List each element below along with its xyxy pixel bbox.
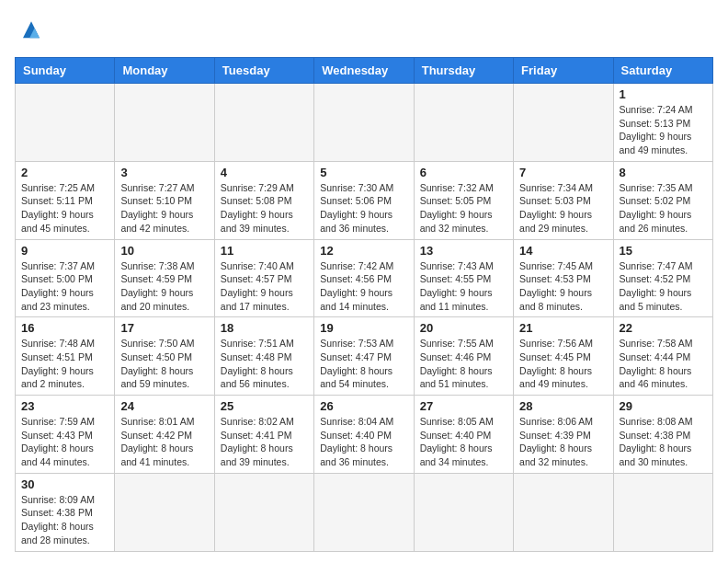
calendar-cell: 8Sunrise: 7:35 AM Sunset: 5:02 PM Daylig… [613,161,712,239]
calendar-cell [514,84,613,162]
calendar-cell: 1Sunrise: 7:24 AM Sunset: 5:13 PM Daylig… [613,84,712,162]
day-info: Sunrise: 8:05 AM Sunset: 4:40 PM Dayligh… [420,415,507,469]
day-number: 6 [420,166,507,179]
calendar-cell [314,473,414,551]
day-number: 23 [21,399,108,413]
calendar-cell: 9Sunrise: 7:37 AM Sunset: 5:00 PM Daylig… [16,239,115,317]
calendar-week-5: 23Sunrise: 7:59 AM Sunset: 4:43 PM Dayli… [16,396,713,474]
weekday-header-row: SundayMondayTuesdayWednesdayThursdayFrid… [16,58,713,84]
day-info: Sunrise: 7:42 AM Sunset: 4:56 PM Dayligh… [320,259,407,314]
calendar-cell: 2Sunrise: 7:25 AM Sunset: 5:11 PM Daylig… [16,161,115,239]
day-info: Sunrise: 7:50 AM Sunset: 4:50 PM Dayligh… [120,337,208,391]
weekday-header-sunday: Sunday [16,58,115,84]
calendar-cell [115,84,214,162]
day-number: 9 [21,244,108,258]
day-info: Sunrise: 7:37 AM Sunset: 5:00 PM Dayligh… [21,259,108,314]
calendar-cell [16,84,115,162]
calendar-cell [613,473,712,551]
logo-icon [15,15,48,48]
day-info: Sunrise: 7:32 AM Sunset: 5:05 PM Dayligh… [420,181,507,236]
day-number: 13 [420,244,507,258]
calendar-cell: 5Sunrise: 7:30 AM Sunset: 5:06 PM Daylig… [314,161,414,239]
calendar-cell: 17Sunrise: 7:50 AM Sunset: 4:50 PM Dayli… [115,317,214,396]
day-number: 16 [21,321,108,335]
calendar-cell: 20Sunrise: 7:55 AM Sunset: 4:46 PM Dayli… [414,317,513,396]
day-number: 4 [221,166,308,179]
weekday-header-saturday: Saturday [613,58,712,84]
day-info: Sunrise: 8:08 AM Sunset: 4:38 PM Dayligh… [620,415,707,469]
calendar-cell: 25Sunrise: 8:02 AM Sunset: 4:41 PM Dayli… [214,396,313,474]
day-number: 12 [320,244,407,258]
day-number: 8 [620,166,707,179]
day-number: 28 [519,399,607,413]
weekday-header-tuesday: Tuesday [214,58,313,84]
day-info: Sunrise: 7:43 AM Sunset: 4:55 PM Dayligh… [420,259,507,314]
day-info: Sunrise: 7:27 AM Sunset: 5:10 PM Dayligh… [120,181,208,236]
day-info: Sunrise: 7:30 AM Sunset: 5:06 PM Dayligh… [320,181,407,236]
calendar-cell [115,473,214,551]
calendar-cell: 19Sunrise: 7:53 AM Sunset: 4:47 PM Dayli… [314,317,414,396]
day-number: 24 [120,399,208,413]
day-number: 15 [620,244,707,258]
calendar-cell: 29Sunrise: 8:08 AM Sunset: 4:38 PM Dayli… [613,396,712,474]
day-info: Sunrise: 7:40 AM Sunset: 4:57 PM Dayligh… [221,259,308,314]
day-number: 14 [519,244,607,258]
calendar-cell: 10Sunrise: 7:38 AM Sunset: 4:59 PM Dayli… [115,239,214,317]
calendar-cell: 6Sunrise: 7:32 AM Sunset: 5:05 PM Daylig… [414,161,513,239]
day-info: Sunrise: 8:06 AM Sunset: 4:39 PM Dayligh… [519,415,607,469]
calendar-cell: 18Sunrise: 7:51 AM Sunset: 4:48 PM Dayli… [214,317,313,396]
day-number: 21 [519,321,607,335]
day-info: Sunrise: 7:53 AM Sunset: 4:47 PM Dayligh… [320,337,407,391]
day-number: 22 [620,321,707,335]
day-info: Sunrise: 7:51 AM Sunset: 4:48 PM Dayligh… [221,337,308,391]
calendar-cell [214,84,313,162]
day-number: 10 [120,244,208,258]
calendar-cell [214,473,313,551]
day-info: Sunrise: 8:04 AM Sunset: 4:40 PM Dayligh… [320,415,407,469]
calendar-cell [414,84,513,162]
day-number: 18 [221,321,308,335]
day-info: Sunrise: 7:59 AM Sunset: 4:43 PM Dayligh… [21,415,108,469]
calendar-cell [314,84,414,162]
weekday-header-wednesday: Wednesday [314,58,414,84]
day-number: 1 [620,87,707,101]
day-number: 7 [519,166,607,179]
day-number: 27 [420,399,507,413]
day-number: 25 [221,399,308,413]
calendar-week-3: 9Sunrise: 7:37 AM Sunset: 5:00 PM Daylig… [16,239,713,317]
day-info: Sunrise: 8:09 AM Sunset: 4:38 PM Dayligh… [21,493,108,547]
day-number: 30 [21,477,108,491]
day-number: 20 [420,321,507,335]
weekday-header-friday: Friday [514,58,613,84]
day-info: Sunrise: 7:38 AM Sunset: 4:59 PM Dayligh… [120,259,208,314]
calendar-week-6: 30Sunrise: 8:09 AM Sunset: 4:38 PM Dayli… [16,473,713,551]
calendar-cell [414,473,513,551]
day-number: 19 [320,321,407,335]
day-number: 3 [120,166,208,179]
calendar-table: SundayMondayTuesdayWednesdayThursdayFrid… [15,57,713,552]
logo [15,15,53,48]
calendar-cell: 28Sunrise: 8:06 AM Sunset: 4:39 PM Dayli… [514,396,613,474]
calendar-cell: 30Sunrise: 8:09 AM Sunset: 4:38 PM Dayli… [16,473,115,551]
day-info: Sunrise: 7:25 AM Sunset: 5:11 PM Dayligh… [21,181,108,236]
calendar-cell [514,473,613,551]
calendar-cell: 13Sunrise: 7:43 AM Sunset: 4:55 PM Dayli… [414,239,513,317]
calendar-cell: 15Sunrise: 7:47 AM Sunset: 4:52 PM Dayli… [613,239,712,317]
day-info: Sunrise: 8:02 AM Sunset: 4:41 PM Dayligh… [221,415,308,469]
calendar-cell: 24Sunrise: 8:01 AM Sunset: 4:42 PM Dayli… [115,396,214,474]
day-info: Sunrise: 7:35 AM Sunset: 5:02 PM Dayligh… [620,181,707,236]
calendar-cell: 16Sunrise: 7:48 AM Sunset: 4:51 PM Dayli… [16,317,115,396]
calendar-cell: 12Sunrise: 7:42 AM Sunset: 4:56 PM Dayli… [314,239,414,317]
day-number: 17 [120,321,208,335]
day-info: Sunrise: 7:45 AM Sunset: 4:53 PM Dayligh… [519,259,607,314]
day-info: Sunrise: 7:48 AM Sunset: 4:51 PM Dayligh… [21,337,108,391]
day-number: 5 [320,166,407,179]
calendar-cell: 21Sunrise: 7:56 AM Sunset: 4:45 PM Dayli… [514,317,613,396]
day-number: 26 [320,399,407,413]
calendar-cell: 22Sunrise: 7:58 AM Sunset: 4:44 PM Dayli… [613,317,712,396]
calendar-cell: 27Sunrise: 8:05 AM Sunset: 4:40 PM Dayli… [414,396,513,474]
day-info: Sunrise: 7:24 AM Sunset: 5:13 PM Dayligh… [620,103,707,157]
calendar-cell: 11Sunrise: 7:40 AM Sunset: 4:57 PM Dayli… [214,239,313,317]
calendar-cell: 3Sunrise: 7:27 AM Sunset: 5:10 PM Daylig… [115,161,214,239]
weekday-header-thursday: Thursday [414,58,513,84]
